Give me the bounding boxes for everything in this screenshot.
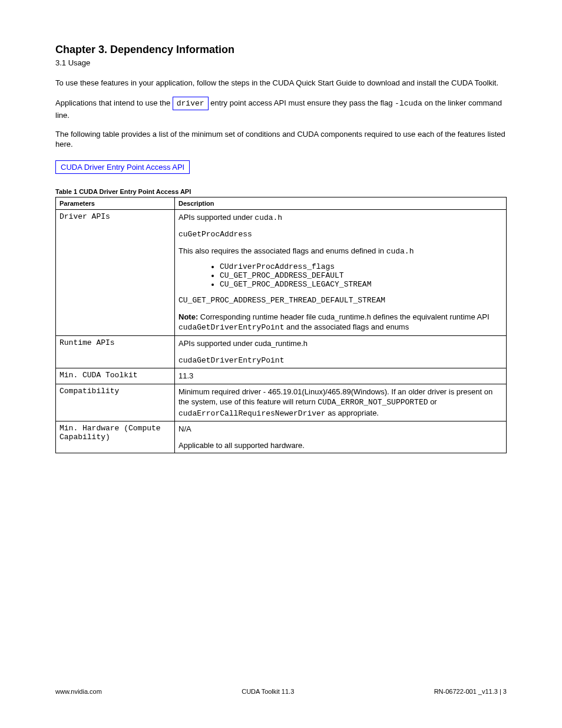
param-label: Driver APIs	[56, 209, 175, 335]
table-row: CompatibilityMinimum required driver - 4…	[56, 384, 507, 421]
section-number: 3.1 Usage	[55, 58, 507, 67]
param-label: Min. Hardware (Compute Capability)	[56, 421, 175, 453]
table-header-row: Parameters Description	[56, 197, 507, 209]
desc-list: CUdriverProcAddress_flagsCU_GET_PROC_ADD…	[178, 262, 503, 289]
footer-center: CUDA Toolkit 11.3	[242, 688, 294, 695]
feature-link[interactable]: CUDA Driver Entry Point Access API	[55, 160, 190, 174]
code-lcuda: -lcuda	[395, 99, 422, 108]
intro-paragraph-2: Applications that intend to use the driv…	[55, 97, 507, 121]
quickstart-link[interactable]: CUDA Quick Start Guide	[273, 78, 356, 87]
p1-suffix: to download and install the CUDA Toolkit…	[356, 78, 498, 87]
param-description: 11.3	[175, 368, 507, 384]
desc-paragraph: APIs supported under cuda_runtime.h	[178, 338, 503, 349]
intro-paragraph-3: The following table provides a list of t…	[55, 129, 507, 150]
param-description: Minimum required driver - 465.19.01(Linu…	[175, 384, 507, 421]
desc-list-item: CU_GET_PROC_ADDRESS_LEGACY_STREAM	[220, 280, 503, 289]
table-row: Driver APIsAPIs supported under cuda.hcu…	[56, 209, 507, 335]
param-description: APIs supported under cuda_runtime.hcudaG…	[175, 336, 507, 368]
desc-paragraph: APIs supported under cuda.h	[178, 212, 503, 223]
intro-paragraph-1: To use these features in your applicatio…	[55, 78, 507, 88]
page-footer: www.nvidia.com CUDA Toolkit 11.3 RN-0672…	[55, 688, 507, 695]
param-description: N/AApplicable to all supported hardware.	[175, 421, 507, 453]
footer-right: RN-06722-001 _v11.3 | 3	[434, 688, 507, 695]
param-label: Compatibility	[56, 384, 175, 421]
table-title: Table 1 CUDA Driver Entry Point Access A…	[55, 188, 507, 195]
chapter-title: Chapter 3. Dependency Information	[55, 44, 507, 56]
param-label: Min. CUDA Toolkit	[56, 368, 175, 384]
desc-paragraph: 11.3	[178, 371, 503, 381]
table-row: Min. Hardware (Compute Capability)N/AApp…	[56, 421, 507, 453]
desc-paragraph: N/A	[178, 424, 503, 434]
code-driver: driver	[173, 97, 209, 111]
desc-paragraph: This also requires the associated flags …	[178, 246, 503, 257]
param-description: APIs supported under cuda.hcuGetProcAddr…	[175, 209, 507, 335]
desc-paragraph: Minimum required driver - 465.19.01(Linu…	[178, 387, 503, 419]
p2-prefix: Applications that intend to use the	[55, 98, 173, 107]
desc-paragraph: cudaGetDriverEntryPoint	[178, 355, 503, 366]
parameters-table: Parameters Description Driver APIsAPIs s…	[55, 197, 507, 454]
footer-left: www.nvidia.com	[55, 688, 102, 695]
document-page: Chapter 3. Dependency Information 3.1 Us…	[0, 0, 562, 728]
desc-paragraph: CU_GET_PROC_ADDRESS_PER_THREAD_DEFAULT_S…	[178, 295, 503, 306]
desc-list-item: CUdriverProcAddress_flags	[220, 262, 503, 271]
table-row: Min. CUDA Toolkit11.3	[56, 368, 507, 384]
p2-mid: entry point access API must ensure they …	[209, 98, 395, 107]
desc-paragraph: Applicable to all supported hardware.	[178, 440, 503, 451]
desc-paragraph: Note: Corresponding runtime header file …	[178, 312, 503, 333]
col-header-parameters: Parameters	[56, 197, 175, 209]
desc-list-item: CU_GET_PROC_ADDRESS_DEFAULT	[220, 271, 503, 280]
desc-paragraph: cuGetProcAddress	[178, 229, 503, 240]
param-label: Runtime APIs	[56, 336, 175, 368]
table-row: Runtime APIsAPIs supported under cuda_ru…	[56, 336, 507, 368]
col-header-description: Description	[175, 197, 507, 209]
p1-prefix: To use these features in your applicatio…	[55, 78, 273, 87]
